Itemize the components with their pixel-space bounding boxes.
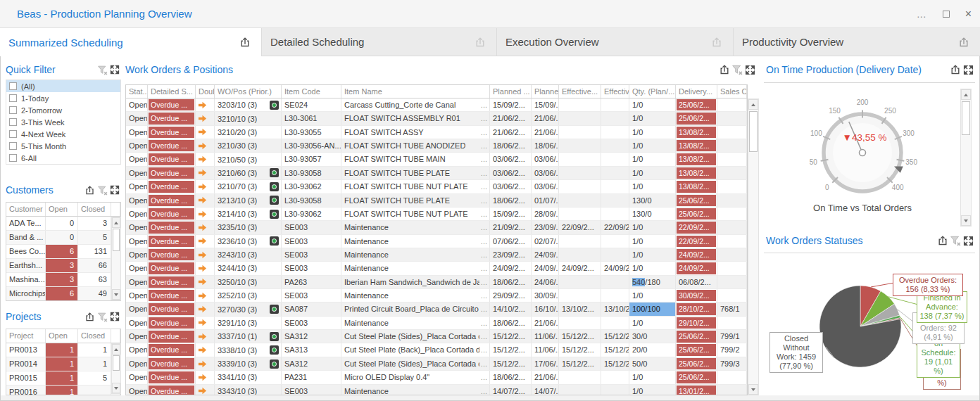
- delivery-date: 30/09/2...: [677, 290, 716, 301]
- work-order-row[interactable]: OpenOverdue ...3236/10 (3)SE003Maintenan…: [126, 235, 747, 248]
- wo-pos-text: 3210/20 (3): [218, 126, 257, 139]
- work-order-row[interactable]: OpenOverdue ...3339/10 (3)SA312Cut Steel…: [126, 357, 747, 371]
- checkbox[interactable]: [9, 118, 17, 126]
- tab-export-button[interactable]: [474, 36, 486, 49]
- scroll-up-button[interactable]: [112, 217, 120, 228]
- quick-filter-expand-button[interactable]: [108, 63, 121, 76]
- tab-detailed-scheduling[interactable]: Detailed Scheduling: [262, 28, 497, 56]
- quick-filter-option[interactable]: 3-This Week: [6, 116, 120, 128]
- work-order-row[interactable]: OpenOverdue ...3213/10 (3)L30-93058FLOAT…: [126, 194, 747, 208]
- cell-name: PR0015: [6, 371, 46, 385]
- customers-scrollbar[interactable]: [111, 217, 121, 300]
- work-order-row[interactable]: OpenOverdue ...3343/10 (3)SE003Maintenan…: [126, 385, 747, 395]
- projects-export-button[interactable]: [83, 310, 96, 323]
- scroll-down-button[interactable]: [961, 215, 971, 226]
- on-time-export-button[interactable]: [949, 63, 962, 76]
- tab-export-button[interactable]: [957, 36, 970, 49]
- projects-filter-clear-button[interactable]: [96, 310, 108, 323]
- table-row[interactable]: PR00161: [6, 386, 120, 395]
- quick-filter-option[interactable]: 6-All: [6, 152, 120, 164]
- scroll-thumb[interactable]: [113, 229, 120, 251]
- tab-productivity-overview[interactable]: Productivity Overview: [734, 28, 980, 56]
- tab-summarized-scheduling[interactable]: Summarized Scheduling: [0, 28, 262, 56]
- table-row[interactable]: Band & ...05: [6, 231, 120, 245]
- scroll-thumb[interactable]: [962, 101, 970, 135]
- quick-filter-option[interactable]: 4-Next Week: [6, 128, 120, 140]
- table-row[interactable]: ADA Te...03: [6, 217, 120, 231]
- cell-doubtful: [196, 303, 215, 315]
- scroll-up-button[interactable]: [961, 89, 971, 100]
- table-row[interactable]: Earthsh...366: [6, 259, 120, 273]
- overdue-badge: Overdue ...: [149, 371, 194, 383]
- work-order-row[interactable]: OpenOverdue ...3214/10 (3)L30-93062FLOAT…: [126, 208, 747, 221]
- work-order-row[interactable]: OpenOverdue ...3210/50 (3)L30-93057FLOAT…: [126, 153, 747, 166]
- quick-filter-clear-button[interactable]: [96, 63, 108, 76]
- customers-expand-button[interactable]: [108, 184, 121, 196]
- quick-filter-option-label: 5-This Month: [21, 142, 66, 151]
- statuses-filter-clear-button[interactable]: [949, 234, 962, 247]
- work-order-row[interactable]: OpenOverdue ...3250/10 (3)PA263Iberian H…: [126, 276, 747, 289]
- work-order-row[interactable]: OpenOverdue ...3337/10 (1)SA312Cut Steel…: [126, 330, 747, 343]
- checkbox[interactable]: [9, 82, 17, 90]
- on-time-expand-button[interactable]: [962, 63, 974, 76]
- table-row[interactable]: Mashina...363: [6, 273, 120, 287]
- work-order-row[interactable]: OpenOverdue ...3203/10 (3)SE024Carcass C…: [126, 98, 747, 112]
- scroll-thumb[interactable]: [113, 355, 120, 371]
- customers-export-button[interactable]: [83, 184, 96, 196]
- window-close-button[interactable]: ×: [965, 8, 972, 20]
- checkbox[interactable]: [9, 106, 17, 114]
- window-menu-button[interactable]: …: [917, 8, 927, 20]
- checkbox[interactable]: [9, 154, 17, 162]
- work-order-row[interactable]: OpenOverdue ...3210/30 (3)L30-93056-AN..…: [126, 139, 747, 153]
- checkbox[interactable]: [9, 94, 17, 102]
- work-order-row[interactable]: OpenOverdue ...3210/20 (3)L30-93055FLOAT…: [126, 126, 747, 139]
- work-order-row[interactable]: OpenOverdue ...3244/10 (3)SE003Maintenan…: [126, 262, 747, 275]
- work-order-row[interactable]: OpenOverdue ...3341/10 (3)PA231Micro OLE…: [126, 371, 747, 384]
- quick-filter-option[interactable]: 5-This Month: [6, 140, 120, 152]
- table-row[interactable]: PR001515: [6, 371, 120, 386]
- work-order-row[interactable]: OpenOverdue ...3291/10 (3)SE003Maintenan…: [126, 317, 747, 330]
- quick-filter-option[interactable]: 2-Tomorrow: [6, 104, 120, 116]
- projects-scrollbar[interactable]: [111, 343, 121, 394]
- tab-export-button[interactable]: [710, 36, 723, 49]
- statuses-export-button[interactable]: [936, 234, 949, 247]
- cell-status: Open: [126, 235, 148, 248]
- work-order-row[interactable]: OpenOverdue ...3243/10 (3)SE003Maintenan…: [126, 248, 747, 262]
- checkbox[interactable]: [9, 130, 17, 138]
- scroll-up-button[interactable]: [112, 344, 120, 355]
- projects-expand-button[interactable]: [108, 310, 121, 323]
- table-row[interactable]: Bees Co...6131: [6, 245, 120, 259]
- table-row[interactable]: PR001411: [6, 357, 120, 371]
- customers-filter-clear-button[interactable]: [96, 184, 108, 196]
- work-order-row[interactable]: OpenOverdue ...3270/30 (3)SA087Printed C…: [126, 303, 747, 316]
- work-order-row[interactable]: OpenOverdue ...3338/10 (3)SA313Cut Steel…: [126, 343, 747, 357]
- tab-export-button[interactable]: [239, 36, 251, 49]
- work-orders-expand-button[interactable]: [743, 63, 756, 76]
- work-order-row[interactable]: OpenOverdue ...3252/10 (3)SE003Maintenan…: [126, 289, 747, 303]
- work-orders-filter-clear-button[interactable]: [731, 63, 743, 76]
- table-row[interactable]: Microchips649: [6, 287, 120, 301]
- cell-name: PR0014: [6, 357, 46, 371]
- scroll-down-button[interactable]: [748, 384, 758, 395]
- window-maximize-button[interactable]: [943, 11, 950, 18]
- quick-filter-option[interactable]: (All): [6, 80, 120, 92]
- work-order-row[interactable]: OpenOverdue ...3210/60 (3)L30-93058FLOAT…: [126, 167, 747, 180]
- scroll-up-button[interactable]: [748, 99, 758, 110]
- cell-detailed-status: Overdue ...: [148, 153, 196, 165]
- work-order-row[interactable]: OpenOverdue ...3235/10 (3)SE003Maintenan…: [126, 221, 747, 234]
- work-orders-export-button[interactable]: [718, 63, 731, 76]
- work-order-row[interactable]: OpenOverdue ...3210/70 (3)L30-93062FLOAT…: [126, 180, 747, 193]
- work-order-row[interactable]: OpenOverdue ...3210/10 (3)L30-3061FLOAT …: [126, 112, 747, 125]
- scroll-down-button[interactable]: [112, 289, 120, 300]
- gauge-panel-scrollbar[interactable]: [960, 89, 972, 227]
- quick-filter-option[interactable]: 1-Today: [6, 92, 120, 104]
- table-row[interactable]: PR001311: [6, 343, 120, 357]
- cell-sales-order: [717, 371, 747, 383]
- truncation-dots: ...: [479, 112, 487, 125]
- checkbox[interactable]: [9, 142, 17, 150]
- scroll-thumb[interactable]: [749, 111, 758, 152]
- statuses-expand-button[interactable]: [962, 234, 974, 247]
- work-orders-scrollbar[interactable]: [748, 98, 759, 395]
- tab-execution-overview[interactable]: Execution Overview: [497, 28, 734, 56]
- scroll-down-button[interactable]: [112, 383, 120, 393]
